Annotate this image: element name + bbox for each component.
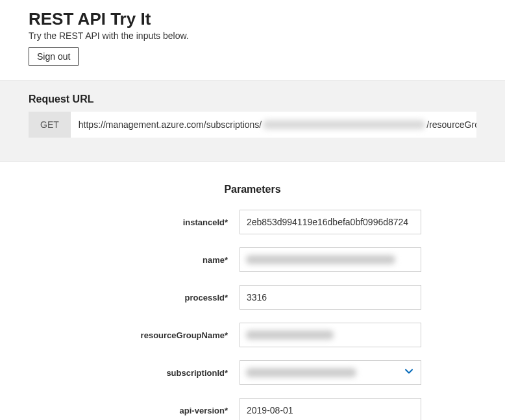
param-input-wrap xyxy=(240,247,421,272)
request-url-value: https://management.azure.com/subscriptio… xyxy=(71,112,476,138)
url-redacted-segment xyxy=(263,120,425,129)
param-input-wrap xyxy=(240,285,421,310)
param-row: name* xyxy=(29,247,476,272)
parameters-section: Parameters instanceId*name*processId*res… xyxy=(0,162,505,420)
param-input[interactable] xyxy=(240,398,421,420)
param-row: instanceId* xyxy=(29,210,476,234)
param-label: subscriptionId* xyxy=(84,368,240,378)
param-row: api-version* xyxy=(29,398,476,420)
param-input[interactable] xyxy=(240,323,421,347)
param-label: resourceGroupName* xyxy=(84,330,240,340)
param-input[interactable] xyxy=(240,285,421,310)
request-url-row: GET https://management.azure.com/subscri… xyxy=(29,112,476,138)
param-input[interactable] xyxy=(240,247,421,272)
param-input[interactable] xyxy=(240,210,421,234)
param-row: processId* xyxy=(29,285,476,310)
param-input-wrap xyxy=(240,398,421,420)
parameters-list: instanceId*name*processId*resourceGroupN… xyxy=(29,210,476,420)
http-method: GET xyxy=(29,112,71,138)
url-prefix: https://management.azure.com/subscriptio… xyxy=(79,119,262,130)
page-title: REST API Try It xyxy=(29,9,476,29)
header: REST API Try It Try the REST API with th… xyxy=(0,0,505,80)
parameters-heading: Parameters xyxy=(29,184,476,195)
param-row: subscriptionId* xyxy=(29,360,476,385)
param-label: api-version* xyxy=(84,406,240,415)
page-subtitle: Try the REST API with the inputs below. xyxy=(29,31,476,41)
signout-button[interactable]: Sign out xyxy=(29,47,79,66)
param-label: instanceId* xyxy=(84,217,240,227)
param-select[interactable] xyxy=(240,360,421,385)
param-input-wrap xyxy=(240,360,421,385)
request-url-section: Request URL GET https://management.azure… xyxy=(0,80,505,162)
request-url-heading: Request URL xyxy=(29,93,476,105)
param-label: processId* xyxy=(84,293,240,303)
param-input-wrap xyxy=(240,210,421,234)
param-label: name* xyxy=(84,255,240,265)
url-suffix: /resourceGrou xyxy=(426,119,476,130)
param-row: resourceGroupName* xyxy=(29,323,476,347)
param-input-wrap xyxy=(240,323,421,347)
